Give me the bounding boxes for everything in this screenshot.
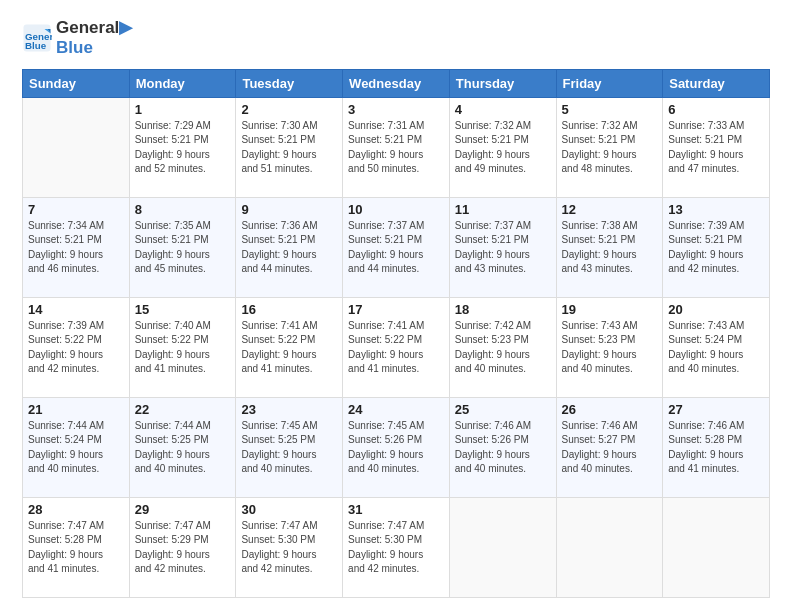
day-number: 16 <box>241 302 337 317</box>
calendar-cell: 18Sunrise: 7:42 AMSunset: 5:23 PMDayligh… <box>449 297 556 397</box>
day-number: 7 <box>28 202 124 217</box>
day-info: Sunrise: 7:36 AMSunset: 5:21 PMDaylight:… <box>241 219 337 277</box>
calendar-cell: 26Sunrise: 7:46 AMSunset: 5:27 PMDayligh… <box>556 397 663 497</box>
day-info: Sunrise: 7:47 AMSunset: 5:29 PMDaylight:… <box>135 519 231 577</box>
calendar-cell: 4Sunrise: 7:32 AMSunset: 5:21 PMDaylight… <box>449 97 556 197</box>
calendar-cell: 23Sunrise: 7:45 AMSunset: 5:25 PMDayligh… <box>236 397 343 497</box>
day-number: 13 <box>668 202 764 217</box>
calendar-cell: 13Sunrise: 7:39 AMSunset: 5:21 PMDayligh… <box>663 197 770 297</box>
day-info: Sunrise: 7:40 AMSunset: 5:22 PMDaylight:… <box>135 319 231 377</box>
day-info: Sunrise: 7:31 AMSunset: 5:21 PMDaylight:… <box>348 119 444 177</box>
calendar-cell: 19Sunrise: 7:43 AMSunset: 5:23 PMDayligh… <box>556 297 663 397</box>
calendar-header-monday: Monday <box>129 69 236 97</box>
day-number: 10 <box>348 202 444 217</box>
calendar-table: SundayMondayTuesdayWednesdayThursdayFrid… <box>22 69 770 598</box>
calendar-cell: 2Sunrise: 7:30 AMSunset: 5:21 PMDaylight… <box>236 97 343 197</box>
day-info: Sunrise: 7:41 AMSunset: 5:22 PMDaylight:… <box>241 319 337 377</box>
calendar-week-1: 7Sunrise: 7:34 AMSunset: 5:21 PMDaylight… <box>23 197 770 297</box>
day-number: 25 <box>455 402 551 417</box>
calendar-cell: 17Sunrise: 7:41 AMSunset: 5:22 PMDayligh… <box>343 297 450 397</box>
day-info: Sunrise: 7:37 AMSunset: 5:21 PMDaylight:… <box>348 219 444 277</box>
calendar-cell: 6Sunrise: 7:33 AMSunset: 5:21 PMDaylight… <box>663 97 770 197</box>
logo-line2: Blue <box>56 38 132 58</box>
calendar-cell: 21Sunrise: 7:44 AMSunset: 5:24 PMDayligh… <box>23 397 130 497</box>
calendar-week-4: 28Sunrise: 7:47 AMSunset: 5:28 PMDayligh… <box>23 497 770 597</box>
day-info: Sunrise: 7:46 AMSunset: 5:27 PMDaylight:… <box>562 419 658 477</box>
calendar-header-saturday: Saturday <box>663 69 770 97</box>
day-info: Sunrise: 7:34 AMSunset: 5:21 PMDaylight:… <box>28 219 124 277</box>
calendar-cell: 9Sunrise: 7:36 AMSunset: 5:21 PMDaylight… <box>236 197 343 297</box>
calendar-cell: 14Sunrise: 7:39 AMSunset: 5:22 PMDayligh… <box>23 297 130 397</box>
day-number: 2 <box>241 102 337 117</box>
calendar-cell: 28Sunrise: 7:47 AMSunset: 5:28 PMDayligh… <box>23 497 130 597</box>
day-number: 17 <box>348 302 444 317</box>
calendar-week-3: 21Sunrise: 7:44 AMSunset: 5:24 PMDayligh… <box>23 397 770 497</box>
calendar-cell: 7Sunrise: 7:34 AMSunset: 5:21 PMDaylight… <box>23 197 130 297</box>
day-number: 3 <box>348 102 444 117</box>
calendar-cell: 27Sunrise: 7:46 AMSunset: 5:28 PMDayligh… <box>663 397 770 497</box>
day-info: Sunrise: 7:42 AMSunset: 5:23 PMDaylight:… <box>455 319 551 377</box>
day-info: Sunrise: 7:43 AMSunset: 5:23 PMDaylight:… <box>562 319 658 377</box>
calendar-cell: 22Sunrise: 7:44 AMSunset: 5:25 PMDayligh… <box>129 397 236 497</box>
day-number: 30 <box>241 502 337 517</box>
day-number: 22 <box>135 402 231 417</box>
day-info: Sunrise: 7:33 AMSunset: 5:21 PMDaylight:… <box>668 119 764 177</box>
header: General Blue General▶ Blue <box>22 18 770 59</box>
calendar-week-2: 14Sunrise: 7:39 AMSunset: 5:22 PMDayligh… <box>23 297 770 397</box>
logo-icon: General Blue <box>22 23 52 53</box>
day-info: Sunrise: 7:47 AMSunset: 5:28 PMDaylight:… <box>28 519 124 577</box>
day-info: Sunrise: 7:45 AMSunset: 5:26 PMDaylight:… <box>348 419 444 477</box>
svg-text:Blue: Blue <box>25 40 47 51</box>
day-number: 15 <box>135 302 231 317</box>
day-info: Sunrise: 7:29 AMSunset: 5:21 PMDaylight:… <box>135 119 231 177</box>
calendar-cell: 11Sunrise: 7:37 AMSunset: 5:21 PMDayligh… <box>449 197 556 297</box>
day-info: Sunrise: 7:35 AMSunset: 5:21 PMDaylight:… <box>135 219 231 277</box>
day-number: 11 <box>455 202 551 217</box>
day-number: 31 <box>348 502 444 517</box>
day-number: 23 <box>241 402 337 417</box>
day-info: Sunrise: 7:47 AMSunset: 5:30 PMDaylight:… <box>348 519 444 577</box>
calendar-cell: 29Sunrise: 7:47 AMSunset: 5:29 PMDayligh… <box>129 497 236 597</box>
day-info: Sunrise: 7:44 AMSunset: 5:24 PMDaylight:… <box>28 419 124 477</box>
day-info: Sunrise: 7:43 AMSunset: 5:24 PMDaylight:… <box>668 319 764 377</box>
calendar-cell: 8Sunrise: 7:35 AMSunset: 5:21 PMDaylight… <box>129 197 236 297</box>
day-info: Sunrise: 7:32 AMSunset: 5:21 PMDaylight:… <box>455 119 551 177</box>
calendar-cell: 16Sunrise: 7:41 AMSunset: 5:22 PMDayligh… <box>236 297 343 397</box>
day-number: 21 <box>28 402 124 417</box>
day-info: Sunrise: 7:38 AMSunset: 5:21 PMDaylight:… <box>562 219 658 277</box>
day-info: Sunrise: 7:46 AMSunset: 5:26 PMDaylight:… <box>455 419 551 477</box>
day-info: Sunrise: 7:32 AMSunset: 5:21 PMDaylight:… <box>562 119 658 177</box>
day-number: 28 <box>28 502 124 517</box>
day-number: 8 <box>135 202 231 217</box>
calendar-header-tuesday: Tuesday <box>236 69 343 97</box>
day-info: Sunrise: 7:45 AMSunset: 5:25 PMDaylight:… <box>241 419 337 477</box>
day-number: 14 <box>28 302 124 317</box>
day-number: 20 <box>668 302 764 317</box>
calendar-cell: 3Sunrise: 7:31 AMSunset: 5:21 PMDaylight… <box>343 97 450 197</box>
calendar-header-thursday: Thursday <box>449 69 556 97</box>
day-number: 1 <box>135 102 231 117</box>
calendar-header-row: SundayMondayTuesdayWednesdayThursdayFrid… <box>23 69 770 97</box>
calendar-cell: 5Sunrise: 7:32 AMSunset: 5:21 PMDaylight… <box>556 97 663 197</box>
day-number: 27 <box>668 402 764 417</box>
calendar-cell <box>23 97 130 197</box>
page: General Blue General▶ Blue SundayMondayT… <box>0 0 792 612</box>
calendar-cell: 20Sunrise: 7:43 AMSunset: 5:24 PMDayligh… <box>663 297 770 397</box>
day-number: 6 <box>668 102 764 117</box>
day-info: Sunrise: 7:39 AMSunset: 5:21 PMDaylight:… <box>668 219 764 277</box>
calendar-week-0: 1Sunrise: 7:29 AMSunset: 5:21 PMDaylight… <box>23 97 770 197</box>
day-number: 24 <box>348 402 444 417</box>
calendar-cell <box>449 497 556 597</box>
calendar-cell: 25Sunrise: 7:46 AMSunset: 5:26 PMDayligh… <box>449 397 556 497</box>
day-number: 29 <box>135 502 231 517</box>
day-info: Sunrise: 7:46 AMSunset: 5:28 PMDaylight:… <box>668 419 764 477</box>
day-number: 5 <box>562 102 658 117</box>
day-info: Sunrise: 7:44 AMSunset: 5:25 PMDaylight:… <box>135 419 231 477</box>
calendar-cell: 10Sunrise: 7:37 AMSunset: 5:21 PMDayligh… <box>343 197 450 297</box>
calendar-cell: 12Sunrise: 7:38 AMSunset: 5:21 PMDayligh… <box>556 197 663 297</box>
day-number: 26 <box>562 402 658 417</box>
day-info: Sunrise: 7:37 AMSunset: 5:21 PMDaylight:… <box>455 219 551 277</box>
calendar-cell: 30Sunrise: 7:47 AMSunset: 5:30 PMDayligh… <box>236 497 343 597</box>
calendar-cell: 24Sunrise: 7:45 AMSunset: 5:26 PMDayligh… <box>343 397 450 497</box>
day-info: Sunrise: 7:47 AMSunset: 5:30 PMDaylight:… <box>241 519 337 577</box>
